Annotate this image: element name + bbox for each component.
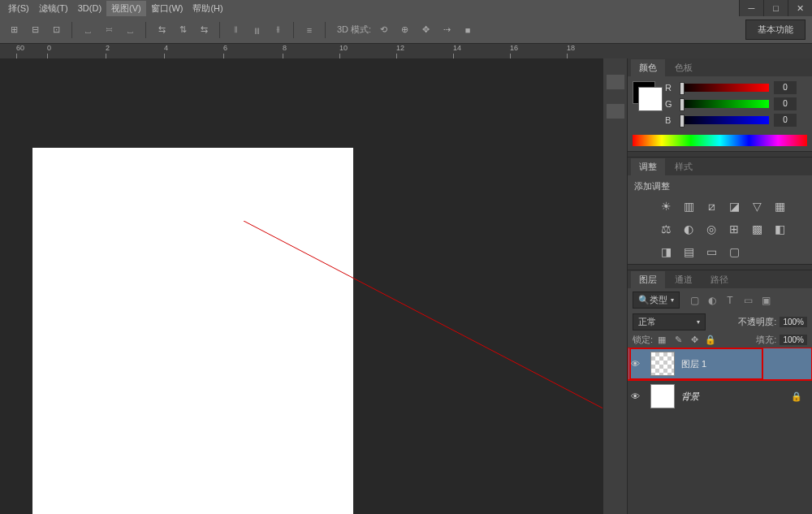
align-left-icon[interactable]: ⎵: [79, 21, 97, 39]
gradient-map-icon[interactable]: ▭: [704, 244, 719, 259]
canvas[interactable]: [32, 148, 353, 514]
align-icon-3[interactable]: ⊡: [47, 21, 65, 39]
lock-pixels-icon[interactable]: ✎: [672, 335, 684, 346]
r-slider[interactable]: [680, 84, 769, 92]
visibility-icon[interactable]: 👁: [631, 359, 644, 369]
hue-icon[interactable]: ▦: [772, 199, 787, 214]
g-value[interactable]: 0: [774, 97, 797, 110]
r-value[interactable]: 0: [774, 81, 797, 94]
color-panel: R 0 G 0 B 0: [628, 76, 812, 151]
tab-adjustments[interactable]: 调整: [631, 158, 665, 175]
tab-layers[interactable]: 图层: [631, 271, 665, 288]
options-bar: ⊞ ⊟ ⊡ ⎵ ⎶ ⎵ ⇆ ⇅ ⇆ ⫴ ⫼ ⫵ ≡ 3D 模式: ⟲ ⊕ ✥ ⇢…: [0, 16, 812, 44]
opacity-label: 不透明度:: [738, 316, 776, 328]
space-v-icon[interactable]: ⫼: [248, 21, 266, 39]
layers-list: 👁 图层 1 👁 背景 🔒: [628, 348, 812, 514]
color-panel-tabs: 颜色 色板: [628, 58, 812, 76]
filter-smart-icon[interactable]: ▣: [759, 294, 772, 307]
threshold-icon[interactable]: ▤: [681, 244, 696, 259]
posterize-icon[interactable]: ◨: [659, 244, 673, 259]
layer-item[interactable]: 👁 背景 🔒: [628, 380, 812, 412]
lock-icon: 🔒: [791, 391, 802, 402]
space-icon-3[interactable]: ⫵: [269, 21, 287, 39]
canvas-area[interactable]: [0, 58, 603, 514]
lock-all-icon[interactable]: 🔒: [705, 335, 716, 346]
layer-thumbnail[interactable]: [650, 384, 675, 408]
mode-zoom-icon[interactable]: ■: [459, 21, 477, 39]
lock-label: 锁定:: [633, 334, 653, 346]
align-right-icon[interactable]: ⎵: [121, 21, 139, 39]
mode-label: 3D 模式:: [337, 24, 371, 36]
align-center-icon[interactable]: ⎶: [100, 21, 118, 39]
bw-icon[interactable]: ◐: [681, 222, 696, 236]
selective-color-icon[interactable]: ▢: [727, 244, 741, 259]
tab-channels[interactable]: 通道: [667, 271, 701, 288]
collapsed-panel-icon-1[interactable]: [607, 75, 624, 89]
brightness-icon[interactable]: ☀: [659, 199, 673, 214]
lookup-icon[interactable]: ▩: [749, 222, 764, 236]
distribute-h-icon[interactable]: ⇆: [153, 21, 171, 39]
foreground-background-swatch[interactable]: [633, 81, 655, 104]
layer-name[interactable]: 背景: [681, 391, 699, 403]
adjustments-panel: 添加调整 ☀ ▥ ⧄ ◪ ▽ ▦ ⚖ ◐ ◎ ⊞ ▩ ◧ ◨ ▤ ▭ ▢: [628, 175, 812, 264]
filter-pixel-icon[interactable]: ▢: [688, 294, 701, 307]
exposure-icon[interactable]: ◪: [727, 199, 741, 214]
menu-window[interactable]: 窗口(W): [146, 1, 188, 16]
photo-filter-icon[interactable]: ◎: [704, 222, 719, 236]
tab-paths[interactable]: 路径: [702, 271, 736, 288]
adjustments-panel-tabs: 调整 样式: [628, 158, 812, 175]
mode-slide-icon[interactable]: ⇢: [438, 21, 456, 39]
g-slider[interactable]: [680, 100, 769, 108]
collapsed-panel-icon-2[interactable]: [607, 104, 624, 119]
lock-position-icon[interactable]: ✥: [689, 335, 700, 346]
opacity-value[interactable]: 100%: [780, 317, 807, 327]
b-slider[interactable]: [680, 116, 769, 124]
mode-roll-icon[interactable]: ⊕: [395, 21, 413, 39]
menu-bar: 择(S) 滤镜(T) 3D(D) 视图(V) 窗口(W) 帮助(H): [0, 0, 812, 16]
layer-thumbnail[interactable]: [650, 352, 675, 376]
menu-filter[interactable]: 滤镜(T): [34, 1, 73, 16]
curves-icon[interactable]: ⧄: [704, 199, 719, 214]
menu-3d[interactable]: 3D(D): [73, 2, 106, 15]
maximize-button[interactable]: □: [763, 0, 788, 16]
mode-orbit-icon[interactable]: ⟲: [374, 21, 392, 39]
close-button[interactable]: ✕: [788, 0, 812, 16]
layer-name[interactable]: 图层 1: [681, 358, 706, 370]
minimize-button[interactable]: ─: [739, 0, 763, 16]
balance-icon[interactable]: ⚖: [659, 222, 673, 236]
layers-panel-tabs: 图层 通道 路径: [628, 270, 812, 288]
visibility-icon[interactable]: 👁: [631, 391, 644, 401]
tab-styles[interactable]: 样式: [667, 158, 701, 175]
tab-swatches[interactable]: 色板: [667, 59, 701, 76]
b-value[interactable]: 0: [774, 114, 797, 127]
align-icon-1[interactable]: ⊞: [5, 21, 23, 39]
fill-value[interactable]: 100%: [780, 335, 807, 345]
workspace-switcher[interactable]: 基本功能: [745, 19, 806, 40]
color-spectrum[interactable]: [633, 135, 807, 146]
fill-label: 填充:: [756, 334, 776, 346]
menu-view[interactable]: 视图(V): [106, 1, 146, 16]
layer-item[interactable]: 👁 图层 1: [628, 348, 812, 380]
filter-type-icon[interactable]: T: [723, 294, 736, 307]
layer-filter-kind[interactable]: 🔍 类型▾: [633, 292, 680, 309]
filter-adjust-icon[interactable]: ◐: [706, 294, 719, 307]
lock-transparent-icon[interactable]: ▦: [656, 335, 667, 346]
window-controls: ─ □ ✕: [739, 0, 812, 16]
invert-icon[interactable]: ◧: [772, 222, 787, 236]
distribute-icon-3[interactable]: ⇆: [195, 21, 213, 39]
auto-align-icon[interactable]: ≡: [300, 21, 318, 39]
r-label: R: [665, 83, 675, 93]
vibrance-icon[interactable]: ▽: [749, 199, 764, 214]
menu-help[interactable]: 帮助(H): [188, 1, 227, 16]
menu-select[interactable]: 择(S): [3, 1, 34, 16]
align-icon-2[interactable]: ⊟: [26, 21, 44, 39]
layers-panel: 🔍 类型▾ ▢ ◐ T ▭ ▣ 正常▾ 不透明度: 100%: [628, 288, 812, 514]
distribute-v-icon[interactable]: ⇅: [174, 21, 192, 39]
tab-color[interactable]: 颜色: [631, 59, 665, 76]
channel-mixer-icon[interactable]: ⊞: [727, 222, 741, 236]
mode-pan-icon[interactable]: ✥: [417, 21, 434, 39]
filter-shape-icon[interactable]: ▭: [741, 294, 754, 307]
space-h-icon[interactable]: ⫴: [227, 21, 244, 39]
blend-mode-dropdown[interactable]: 正常▾: [633, 313, 706, 330]
levels-icon[interactable]: ▥: [681, 199, 696, 214]
